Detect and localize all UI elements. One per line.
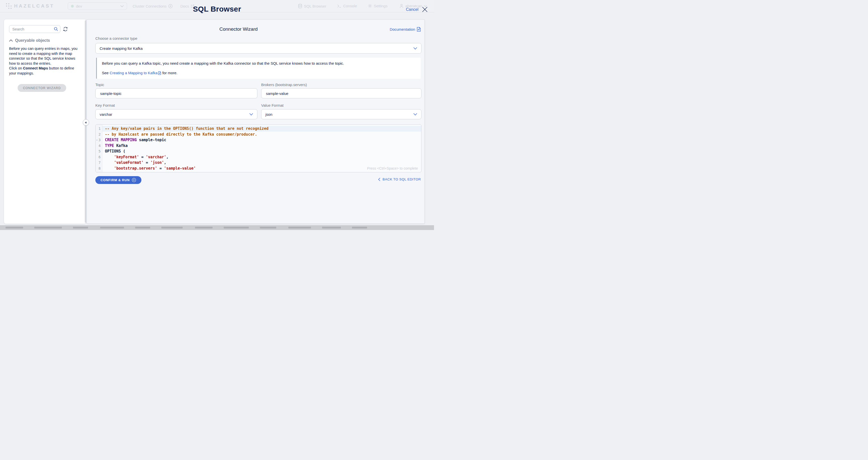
chevron-down-icon bbox=[249, 113, 253, 116]
background-table-strip bbox=[0, 225, 434, 230]
line-number: 8 bbox=[96, 165, 102, 172]
app-header: HAZELCAST dev Cluster Connections Docs S… bbox=[0, 0, 434, 12]
brokers-input[interactable] bbox=[266, 91, 417, 96]
chevron-up-icon bbox=[9, 39, 13, 42]
queryable-objects-title: Queryable objects bbox=[15, 38, 50, 43]
brokers-input-wrapper bbox=[261, 88, 422, 98]
line-number: 7 bbox=[96, 160, 102, 165]
queryable-objects-header[interactable]: Queryable objects bbox=[9, 38, 50, 43]
line-number: 3⌄ bbox=[96, 137, 102, 143]
documentation-link[interactable]: Documentation bbox=[390, 27, 421, 32]
code-line: 4TYPE Kafka bbox=[96, 143, 421, 149]
connector-type-label: Choose a connector type bbox=[95, 36, 137, 40]
line-number: 1 bbox=[96, 126, 102, 132]
search-icon bbox=[54, 27, 58, 31]
editor-code: 1-- Any key/value pairs in the OPTIONS()… bbox=[96, 125, 421, 173]
line-number: 5 bbox=[96, 149, 102, 154]
info-text-2: See Creating a Mapping to Kafka for more… bbox=[102, 70, 415, 75]
mapping-doc-link[interactable]: Creating a Mapping to Kafka bbox=[110, 70, 161, 75]
connector-wizard-button[interactable]: CONNECTOR WIZARD bbox=[18, 84, 66, 92]
line-number: 9 bbox=[96, 171, 102, 173]
connector-type-select[interactable]: Create mapping for Kafka bbox=[95, 43, 422, 54]
chevron-left-icon bbox=[378, 178, 380, 181]
fold-chevron-icon[interactable]: ⌄ bbox=[96, 137, 98, 143]
code-line: 3⌄CREATE MAPPING sample-topic bbox=[96, 137, 421, 143]
info-text: Before you can query a Kafka topic, you … bbox=[102, 61, 415, 66]
search-input[interactable] bbox=[9, 25, 60, 33]
code-line: 9) bbox=[96, 171, 421, 173]
queryable-objects-sidebar: Queryable objects Before you can query e… bbox=[4, 19, 86, 224]
chevron-down-icon bbox=[413, 47, 417, 50]
topic-input[interactable] bbox=[100, 91, 253, 96]
modal-title: SQL Browser bbox=[0, 5, 434, 13]
value-format-label: Value Format bbox=[261, 103, 283, 108]
line-number: 4 bbox=[96, 143, 102, 149]
connector-wizard-panel: Connector Wizard Documentation Choose a … bbox=[87, 19, 425, 224]
wizard-title: Connector Wizard bbox=[95, 26, 382, 32]
sidebar-collapse-button[interactable]: « bbox=[83, 119, 89, 126]
code-line: 7 'valueFormat' = 'json', bbox=[96, 160, 421, 165]
editor-autocomplete-hint: Press <Ctrl+Space> to complete bbox=[367, 166, 418, 171]
topic-input-wrapper bbox=[95, 88, 257, 98]
line-number: 6 bbox=[96, 154, 102, 160]
key-format-select[interactable]: varchar bbox=[95, 109, 257, 119]
kafka-info-box: Before you can query a Kafka topic, you … bbox=[96, 58, 421, 79]
code-line: 2-- by Hazelcast are passed directly to … bbox=[96, 132, 421, 137]
code-line: 5OPTIONS ( bbox=[96, 149, 421, 154]
topic-label: Topic bbox=[95, 83, 104, 87]
back-to-sql-editor-link[interactable]: BACK TO SQL EDITOR bbox=[378, 177, 421, 181]
line-number: 2 bbox=[96, 132, 102, 137]
brokers-label: Brokers (bootstrap.servers) bbox=[261, 83, 307, 87]
queryable-objects-description: Before you can query entries in maps, yo… bbox=[9, 46, 78, 76]
play-circle-icon bbox=[132, 178, 136, 182]
code-line: 6 'keyFormat' = 'varchar', bbox=[96, 154, 421, 160]
value-format-select[interactable]: json bbox=[261, 109, 422, 119]
sql-editor[interactable]: 1-- Any key/value pairs in the OPTIONS()… bbox=[95, 124, 422, 173]
close-icon[interactable] bbox=[422, 6, 428, 12]
document-icon bbox=[158, 71, 161, 75]
document-icon bbox=[416, 27, 421, 32]
key-format-label: Key Format bbox=[95, 103, 115, 108]
confirm-run-button[interactable]: CONFIRM & RUN bbox=[95, 176, 142, 184]
chevron-down-icon bbox=[413, 113, 417, 116]
refresh-icon[interactable] bbox=[63, 27, 68, 31]
cancel-button[interactable]: Cancel bbox=[406, 7, 418, 12]
code-line: 1-- Any key/value pairs in the OPTIONS()… bbox=[96, 126, 421, 132]
